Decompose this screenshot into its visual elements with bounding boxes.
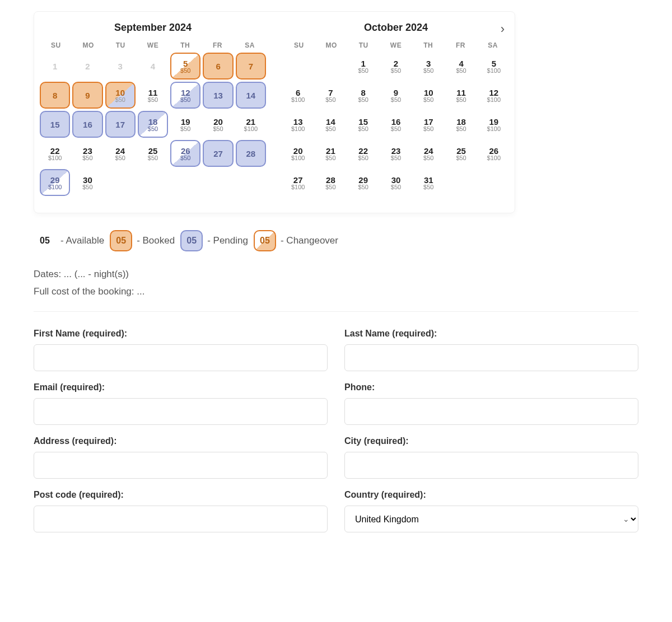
day-price: $50: [358, 155, 368, 161]
weekday-label: TU: [347, 41, 380, 49]
calendar-day[interactable]: 25$50: [446, 140, 476, 167]
calendar-day[interactable]: 6: [203, 53, 233, 79]
calendar-day[interactable]: 16$50: [381, 111, 411, 138]
calendar-day[interactable]: 10$50: [105, 82, 136, 109]
weekday-label: TH: [169, 41, 202, 49]
days-grid: 12345$50678910$5011$5012$50131415161718$…: [40, 53, 266, 196]
calendar-day[interactable]: 6$100: [283, 82, 313, 109]
weekday-label: FR: [202, 41, 234, 49]
calendar-day[interactable]: 17$50: [413, 111, 444, 138]
address-label: Address (required):: [34, 436, 328, 446]
chevron-right-icon: ›: [501, 22, 505, 36]
calendar-day[interactable]: 23$50: [381, 140, 411, 167]
address-input[interactable]: [34, 452, 328, 479]
day-price: $50: [423, 125, 433, 132]
day-price: $50: [456, 96, 466, 103]
postcode-input[interactable]: [34, 506, 328, 532]
day-price: $50: [423, 96, 433, 103]
day-price: $100: [291, 184, 305, 190]
calendar-day[interactable]: 8$50: [348, 82, 379, 109]
phone-input[interactable]: [344, 398, 638, 425]
day-price: $50: [180, 96, 190, 103]
calendar-day[interactable]: 29$50: [348, 169, 379, 196]
weekday-label: MO: [72, 41, 105, 49]
calendar-day[interactable]: 21$50: [315, 140, 346, 167]
day-price: $50: [391, 155, 401, 161]
calendar-day[interactable]: 19$100: [479, 111, 509, 138]
calendar-day[interactable]: 3$50: [413, 53, 444, 79]
calendar-day[interactable]: 20$50: [203, 111, 233, 138]
day-price: $100: [487, 125, 501, 132]
day-price: $50: [180, 67, 190, 74]
calendar-day[interactable]: 2$50: [381, 53, 411, 79]
weekday-header: SUMOTUWETHFRSA: [283, 41, 509, 49]
country-select[interactable]: United Kingdom: [344, 506, 638, 532]
calendar-day[interactable]: 30$50: [381, 169, 411, 196]
city-input[interactable]: [344, 452, 638, 479]
calendar-day[interactable]: 14: [236, 82, 266, 109]
calendar-day[interactable]: 14$50: [315, 111, 346, 138]
calendar-day[interactable]: 1$50: [348, 53, 379, 79]
day-number: 28: [246, 149, 256, 158]
calendar-day[interactable]: 12$100: [479, 82, 509, 109]
calendar-day[interactable]: 17: [105, 111, 136, 138]
day-number: 27: [213, 149, 223, 158]
calendar-day[interactable]: 24$50: [105, 140, 136, 167]
calendar-day[interactable]: 28$50: [315, 169, 346, 196]
calendar-day[interactable]: 18$50: [138, 111, 168, 138]
calendar-day[interactable]: 10$50: [413, 82, 444, 109]
weekday-label: SA: [234, 41, 266, 49]
calendar-day[interactable]: 8: [40, 82, 70, 109]
day-number: 14: [246, 91, 256, 100]
weekday-label: WE: [380, 41, 412, 49]
booking-summary: Dates: ... (... - night(s)) Full cost of…: [34, 266, 515, 300]
weekday-header: SUMOTUWETHFRSA: [40, 41, 266, 49]
calendar-day[interactable]: 26$50: [170, 140, 200, 167]
calendar-day[interactable]: 25$50: [138, 140, 168, 167]
calendar-day[interactable]: 22$100: [40, 140, 70, 167]
calendar-day[interactable]: 18$50: [446, 111, 476, 138]
calendar-day[interactable]: 15$50: [348, 111, 379, 138]
last-name-input[interactable]: [344, 344, 638, 371]
calendar-day[interactable]: 7: [236, 53, 266, 79]
month-title: October 2024: [283, 22, 509, 34]
calendar-day[interactable]: 28: [236, 140, 266, 167]
calendar-day[interactable]: 11$50: [446, 82, 476, 109]
calendar-day[interactable]: 20$100: [283, 140, 313, 167]
calendar-day[interactable]: 30$50: [72, 169, 102, 196]
calendar-day[interactable]: 9: [72, 82, 102, 109]
calendar-day[interactable]: 22$50: [348, 140, 379, 167]
calendar-day[interactable]: 9$50: [381, 82, 411, 109]
calendar-day[interactable]: 29$100: [40, 169, 70, 196]
booking-form: First Name (required): Last Name (requir…: [34, 329, 638, 532]
calendar-day[interactable]: 31$50: [413, 169, 444, 196]
calendar-day[interactable]: 4$50: [446, 53, 476, 79]
calendar-day[interactable]: 21$100: [236, 111, 266, 138]
calendar-day[interactable]: 24$50: [413, 140, 444, 167]
calendar-day[interactable]: 12$50: [170, 82, 200, 109]
calendar-day[interactable]: 23$50: [72, 140, 102, 167]
day-number: 3: [118, 62, 123, 71]
calendar-day[interactable]: 7$50: [315, 82, 346, 109]
calendar-day[interactable]: 13$100: [283, 111, 313, 138]
first-name-input[interactable]: [34, 344, 328, 371]
calendar-day[interactable]: 5$50: [170, 53, 200, 79]
calendar-day[interactable]: 26$100: [479, 140, 509, 167]
calendar-day[interactable]: 19$50: [170, 111, 200, 138]
day-price: $100: [487, 155, 501, 161]
calendar-day[interactable]: 27$100: [283, 169, 313, 196]
email-input[interactable]: [34, 398, 328, 425]
calendar-day[interactable]: 13: [203, 82, 233, 109]
email-label: Email (required):: [34, 382, 328, 392]
calendar-day[interactable]: 11$50: [138, 82, 168, 109]
calendar-day[interactable]: 27: [203, 140, 233, 167]
next-month-button[interactable]: ›: [501, 22, 505, 36]
day-price: $50: [358, 125, 368, 132]
day-price: $100: [48, 184, 62, 190]
divider: [34, 311, 638, 312]
calendar-day-blank: [283, 53, 313, 79]
calendar-card: › September 2024SUMOTUWETHFRSA12345$5067…: [34, 11, 515, 213]
calendar-day[interactable]: 16: [72, 111, 102, 138]
calendar-day[interactable]: 5$100: [479, 53, 509, 79]
calendar-day[interactable]: 15: [40, 111, 70, 138]
